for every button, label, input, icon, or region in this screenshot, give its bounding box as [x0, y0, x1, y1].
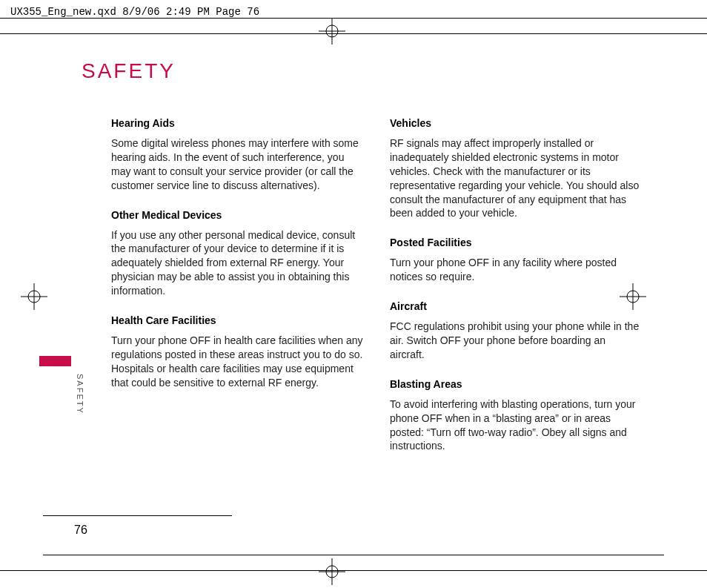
- column-left: Hearing Aids Some digital wireless phone…: [111, 117, 363, 469]
- section-body: Turn your phone OFF in health care facil…: [111, 334, 363, 390]
- registration-mark-icon: [21, 283, 47, 310]
- content-columns: Hearing Aids Some digital wireless phone…: [111, 117, 660, 469]
- section-tab-bar: [39, 356, 71, 366]
- section-heading: Aircraft: [390, 300, 642, 312]
- registration-mark-icon: [319, 18, 345, 44]
- crop-rule-inner-bottom: [43, 555, 664, 555]
- page-number: 76: [74, 523, 87, 537]
- crop-rule-inner-top: [0, 33, 707, 34]
- page-content: SAFETY Hearing Aids Some digital wireles…: [82, 59, 660, 469]
- crop-rule-bottom: [0, 570, 707, 571]
- registration-mark-icon: [319, 558, 345, 585]
- section-body: RF signals may affect improperly install…: [390, 136, 642, 220]
- section-heading: Vehicles: [390, 117, 642, 129]
- section-body: FCC regulations prohibit using your phon…: [390, 320, 642, 362]
- section-heading: Blasting Areas: [390, 378, 642, 390]
- section-body: Some digital wireless phones may interfe…: [111, 136, 363, 193]
- section-heading: Other Medical Devices: [111, 209, 363, 221]
- section-heading: Health Care Facilities: [111, 314, 363, 326]
- section-body: To avoid interfering with blasting opera…: [390, 397, 642, 454]
- section-body: If you use any other personal medical de…: [111, 228, 363, 298]
- section-heading: Hearing Aids: [111, 117, 363, 129]
- section-body: Turn your phone OFF in any facility wher…: [390, 256, 642, 284]
- print-file-header: UX355_Eng_new.qxd 8/9/06 2:49 PM Page 76: [10, 6, 259, 18]
- crop-rule-top: [0, 18, 707, 19]
- column-right: Vehicles RF signals may affect improperl…: [390, 117, 642, 469]
- page-title: SAFETY: [82, 59, 660, 83]
- section-heading: Posted Facilities: [390, 237, 642, 248]
- page-footer-rule: [43, 515, 232, 516]
